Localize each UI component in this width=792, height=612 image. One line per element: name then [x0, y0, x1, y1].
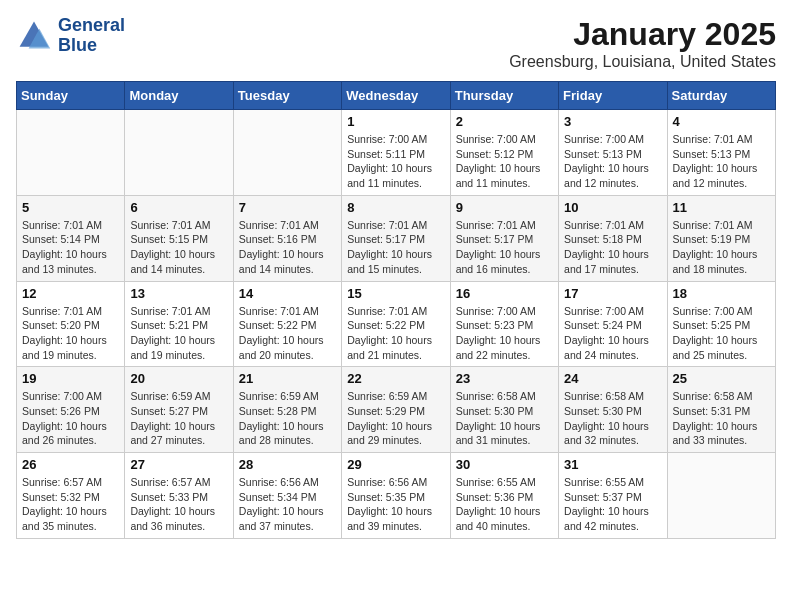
title-block: January 2025 Greensburg, Louisiana, Unit…: [509, 16, 776, 71]
day-detail: Sunrise: 7:01 AM Sunset: 5:17 PM Dayligh…: [456, 218, 553, 277]
day-header-wednesday: Wednesday: [342, 82, 450, 110]
day-detail: Sunrise: 6:58 AM Sunset: 5:31 PM Dayligh…: [673, 389, 770, 448]
logo-line1: General: [58, 16, 125, 36]
day-number: 29: [347, 457, 444, 472]
day-number: 28: [239, 457, 336, 472]
day-detail: Sunrise: 7:00 AM Sunset: 5:23 PM Dayligh…: [456, 304, 553, 363]
calendar-cell: 3Sunrise: 7:00 AM Sunset: 5:13 PM Daylig…: [559, 110, 667, 196]
calendar-cell: 29Sunrise: 6:56 AM Sunset: 5:35 PM Dayli…: [342, 453, 450, 539]
calendar-cell: 1Sunrise: 7:00 AM Sunset: 5:11 PM Daylig…: [342, 110, 450, 196]
day-detail: Sunrise: 7:01 AM Sunset: 5:22 PM Dayligh…: [347, 304, 444, 363]
day-header-sunday: Sunday: [17, 82, 125, 110]
day-number: 14: [239, 286, 336, 301]
calendar-cell: 12Sunrise: 7:01 AM Sunset: 5:20 PM Dayli…: [17, 281, 125, 367]
day-detail: Sunrise: 7:01 AM Sunset: 5:19 PM Dayligh…: [673, 218, 770, 277]
day-number: 21: [239, 371, 336, 386]
calendar-cell: 17Sunrise: 7:00 AM Sunset: 5:24 PM Dayli…: [559, 281, 667, 367]
day-number: 7: [239, 200, 336, 215]
day-number: 9: [456, 200, 553, 215]
calendar-cell: 25Sunrise: 6:58 AM Sunset: 5:31 PM Dayli…: [667, 367, 775, 453]
calendar-body: 1Sunrise: 7:00 AM Sunset: 5:11 PM Daylig…: [17, 110, 776, 539]
calendar-cell: 21Sunrise: 6:59 AM Sunset: 5:28 PM Dayli…: [233, 367, 341, 453]
day-detail: Sunrise: 7:01 AM Sunset: 5:21 PM Dayligh…: [130, 304, 227, 363]
day-detail: Sunrise: 7:00 AM Sunset: 5:26 PM Dayligh…: [22, 389, 119, 448]
day-detail: Sunrise: 6:59 AM Sunset: 5:27 PM Dayligh…: [130, 389, 227, 448]
day-number: 13: [130, 286, 227, 301]
day-detail: Sunrise: 7:01 AM Sunset: 5:15 PM Dayligh…: [130, 218, 227, 277]
calendar-cell: 11Sunrise: 7:01 AM Sunset: 5:19 PM Dayli…: [667, 195, 775, 281]
calendar-cell: 31Sunrise: 6:55 AM Sunset: 5:37 PM Dayli…: [559, 453, 667, 539]
calendar-cell: 5Sunrise: 7:01 AM Sunset: 5:14 PM Daylig…: [17, 195, 125, 281]
calendar-table: SundayMondayTuesdayWednesdayThursdayFrid…: [16, 81, 776, 539]
day-number: 10: [564, 200, 661, 215]
calendar-cell: 14Sunrise: 7:01 AM Sunset: 5:22 PM Dayli…: [233, 281, 341, 367]
calendar-cell: 28Sunrise: 6:56 AM Sunset: 5:34 PM Dayli…: [233, 453, 341, 539]
day-number: 18: [673, 286, 770, 301]
week-row-3: 12Sunrise: 7:01 AM Sunset: 5:20 PM Dayli…: [17, 281, 776, 367]
day-detail: Sunrise: 7:00 AM Sunset: 5:11 PM Dayligh…: [347, 132, 444, 191]
day-header-saturday: Saturday: [667, 82, 775, 110]
logo-line2: Blue: [58, 36, 125, 56]
week-row-2: 5Sunrise: 7:01 AM Sunset: 5:14 PM Daylig…: [17, 195, 776, 281]
calendar-cell: [125, 110, 233, 196]
logo-icon: [16, 18, 52, 54]
logo: General Blue: [16, 16, 125, 56]
calendar-cell: [667, 453, 775, 539]
week-row-5: 26Sunrise: 6:57 AM Sunset: 5:32 PM Dayli…: [17, 453, 776, 539]
day-number: 2: [456, 114, 553, 129]
calendar-cell: 9Sunrise: 7:01 AM Sunset: 5:17 PM Daylig…: [450, 195, 558, 281]
day-number: 1: [347, 114, 444, 129]
day-header-monday: Monday: [125, 82, 233, 110]
day-detail: Sunrise: 7:00 AM Sunset: 5:25 PM Dayligh…: [673, 304, 770, 363]
calendar-cell: 8Sunrise: 7:01 AM Sunset: 5:17 PM Daylig…: [342, 195, 450, 281]
day-number: 15: [347, 286, 444, 301]
calendar-cell: 20Sunrise: 6:59 AM Sunset: 5:27 PM Dayli…: [125, 367, 233, 453]
day-number: 30: [456, 457, 553, 472]
day-detail: Sunrise: 7:00 AM Sunset: 5:13 PM Dayligh…: [564, 132, 661, 191]
day-number: 6: [130, 200, 227, 215]
calendar-cell: 26Sunrise: 6:57 AM Sunset: 5:32 PM Dayli…: [17, 453, 125, 539]
day-number: 17: [564, 286, 661, 301]
calendar-cell: 13Sunrise: 7:01 AM Sunset: 5:21 PM Dayli…: [125, 281, 233, 367]
calendar-cell: 24Sunrise: 6:58 AM Sunset: 5:30 PM Dayli…: [559, 367, 667, 453]
logo-text: General Blue: [58, 16, 125, 56]
day-number: 19: [22, 371, 119, 386]
calendar-cell: 15Sunrise: 7:01 AM Sunset: 5:22 PM Dayli…: [342, 281, 450, 367]
day-number: 12: [22, 286, 119, 301]
main-title: January 2025: [509, 16, 776, 53]
day-number: 31: [564, 457, 661, 472]
calendar-cell: 18Sunrise: 7:00 AM Sunset: 5:25 PM Dayli…: [667, 281, 775, 367]
day-detail: Sunrise: 7:00 AM Sunset: 5:24 PM Dayligh…: [564, 304, 661, 363]
calendar-cell: 30Sunrise: 6:55 AM Sunset: 5:36 PM Dayli…: [450, 453, 558, 539]
calendar-header: SundayMondayTuesdayWednesdayThursdayFrid…: [17, 82, 776, 110]
calendar-cell: 23Sunrise: 6:58 AM Sunset: 5:30 PM Dayli…: [450, 367, 558, 453]
calendar-cell: 6Sunrise: 7:01 AM Sunset: 5:15 PM Daylig…: [125, 195, 233, 281]
day-detail: Sunrise: 6:55 AM Sunset: 5:36 PM Dayligh…: [456, 475, 553, 534]
calendar-cell: 7Sunrise: 7:01 AM Sunset: 5:16 PM Daylig…: [233, 195, 341, 281]
day-number: 3: [564, 114, 661, 129]
day-number: 22: [347, 371, 444, 386]
day-detail: Sunrise: 7:01 AM Sunset: 5:17 PM Dayligh…: [347, 218, 444, 277]
day-detail: Sunrise: 6:59 AM Sunset: 5:28 PM Dayligh…: [239, 389, 336, 448]
day-detail: Sunrise: 7:01 AM Sunset: 5:13 PM Dayligh…: [673, 132, 770, 191]
day-detail: Sunrise: 7:00 AM Sunset: 5:12 PM Dayligh…: [456, 132, 553, 191]
day-detail: Sunrise: 6:55 AM Sunset: 5:37 PM Dayligh…: [564, 475, 661, 534]
day-header-friday: Friday: [559, 82, 667, 110]
calendar-cell: [17, 110, 125, 196]
day-detail: Sunrise: 6:57 AM Sunset: 5:33 PM Dayligh…: [130, 475, 227, 534]
week-row-1: 1Sunrise: 7:00 AM Sunset: 5:11 PM Daylig…: [17, 110, 776, 196]
day-number: 25: [673, 371, 770, 386]
day-detail: Sunrise: 6:58 AM Sunset: 5:30 PM Dayligh…: [564, 389, 661, 448]
subtitle: Greensburg, Louisiana, United States: [509, 53, 776, 71]
day-detail: Sunrise: 6:59 AM Sunset: 5:29 PM Dayligh…: [347, 389, 444, 448]
day-detail: Sunrise: 7:01 AM Sunset: 5:22 PM Dayligh…: [239, 304, 336, 363]
day-number: 11: [673, 200, 770, 215]
day-number: 4: [673, 114, 770, 129]
calendar-cell: [233, 110, 341, 196]
day-detail: Sunrise: 7:01 AM Sunset: 5:18 PM Dayligh…: [564, 218, 661, 277]
week-row-4: 19Sunrise: 7:00 AM Sunset: 5:26 PM Dayli…: [17, 367, 776, 453]
calendar-cell: 2Sunrise: 7:00 AM Sunset: 5:12 PM Daylig…: [450, 110, 558, 196]
calendar-cell: 19Sunrise: 7:00 AM Sunset: 5:26 PM Dayli…: [17, 367, 125, 453]
page-header: General Blue January 2025 Greensburg, Lo…: [16, 16, 776, 71]
day-detail: Sunrise: 6:58 AM Sunset: 5:30 PM Dayligh…: [456, 389, 553, 448]
